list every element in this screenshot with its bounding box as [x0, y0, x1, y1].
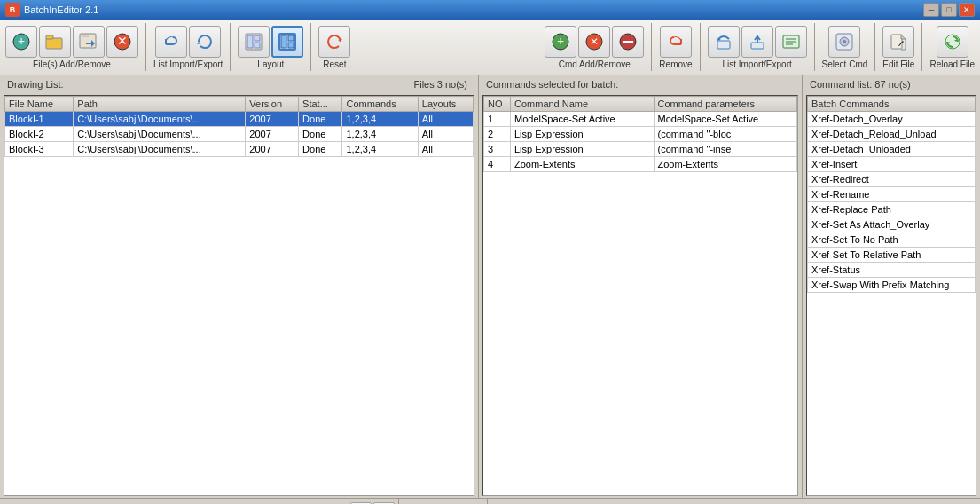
- open-file-button[interactable]: [39, 26, 71, 58]
- list-export-button[interactable]: [741, 26, 773, 58]
- reload-buttons: [937, 26, 968, 58]
- list-import-button[interactable]: [708, 26, 740, 58]
- commands-table-container[interactable]: NO Command Name Command parameters 1 Mod…: [482, 95, 798, 496]
- import-file-button[interactable]: [73, 26, 105, 58]
- cell-version: 2007: [246, 112, 299, 127]
- cell-version: 2007: [246, 127, 299, 142]
- toolbar-group-layout: Layout: [238, 26, 303, 69]
- main-toolbar: + ✕ File(s) Add/Remove List Import/Expor…: [0, 20, 980, 75]
- sep6: [814, 23, 815, 71]
- select-buttons: [828, 26, 860, 58]
- command-list-item: Xref-Set To Relative Path: [808, 248, 976, 263]
- command-list-row[interactable]: Xref-Status: [808, 263, 976, 278]
- bottom-area: Batch Status: 💾 🗑 11:08:18 Total no. of …: [0, 498, 980, 504]
- command-list-row[interactable]: Xref-Detach_Reload_Unload: [808, 127, 976, 142]
- add-file-button[interactable]: +: [5, 26, 37, 58]
- command-list-row[interactable]: Xref-Insert: [808, 157, 976, 172]
- svg-text:✕: ✕: [117, 34, 128, 48]
- drawing-list-panel: Drawing List: Files 3 no(s) File Name Pa…: [0, 75, 479, 498]
- toolbar-group-file: + ✕ File(s) Add/Remove: [5, 26, 138, 69]
- command-list-row[interactable]: Xref-Set To Relative Path: [808, 248, 976, 263]
- cell-no: 3: [484, 142, 511, 157]
- main-content: Drawing List: Files 3 no(s) File Name Pa…: [0, 75, 980, 498]
- drawing-list-table-container[interactable]: File Name Path Version Stat... Commands …: [4, 95, 474, 496]
- drawing-list-row[interactable]: BlockI-1 C:\Users\sabji\Documents\... 20…: [5, 112, 474, 127]
- cell-filename: BlockI-3: [5, 142, 74, 157]
- reset-group-label: Reset: [323, 59, 346, 69]
- cell-params: Zoom-Extents: [654, 157, 797, 172]
- remove-file-button[interactable]: ✕: [106, 26, 138, 58]
- edit-file-button[interactable]: [882, 26, 914, 58]
- command-list-panel: Command list: 87 no(s) Batch Commands Xr…: [803, 75, 980, 498]
- cmd-remove-x-button[interactable]: ✕: [578, 26, 610, 58]
- cmd-add-button[interactable]: +: [545, 26, 576, 58]
- command-list-item: Xref-Insert: [808, 157, 976, 172]
- layout-active-button[interactable]: [271, 26, 303, 58]
- command-list-container[interactable]: Batch Commands Xref-Detach_OverlayXref-D…: [806, 95, 976, 496]
- cell-layouts: All: [418, 127, 473, 142]
- command-list-row[interactable]: Xref-Replace Path: [808, 202, 976, 217]
- list1-group-label: List Import/Export: [153, 59, 223, 69]
- command-row[interactable]: 4 Zoom-Extents Zoom-Extents: [484, 157, 797, 172]
- command-list-item: Xref-Swap With Prefix Matching: [808, 278, 976, 293]
- settings-panel: Settings: Timeout in seconds (>15) per d…: [488, 499, 980, 504]
- cell-params: (command "-inse: [654, 142, 797, 157]
- command-row[interactable]: 2 Lisp Expression (command "-bloc: [484, 127, 797, 142]
- layout-button[interactable]: [238, 26, 270, 58]
- svg-text:✕: ✕: [590, 35, 599, 48]
- refresh-button[interactable]: [189, 26, 221, 58]
- cell-path: C:\Users\sabji\Documents\...: [74, 142, 246, 157]
- edit-group-label: Edit File: [882, 59, 914, 69]
- col-no: NO: [484, 97, 511, 112]
- remove-button[interactable]: [660, 26, 692, 58]
- command-list-row[interactable]: Xref-Detach_Overlay: [808, 112, 976, 127]
- cell-filename: BlockI-1: [5, 112, 74, 127]
- reload-file-button[interactable]: [937, 26, 968, 58]
- cell-layouts: All: [418, 142, 473, 157]
- maximize-button[interactable]: □: [941, 3, 957, 17]
- command-list-row[interactable]: Xref-Swap With Prefix Matching: [808, 278, 976, 293]
- svg-rect-22: [717, 41, 730, 49]
- col-path: Path: [74, 97, 246, 112]
- command-list-table: Batch Commands Xref-Detach_OverlayXref-D…: [807, 96, 976, 293]
- sep3: [310, 23, 311, 71]
- toolbar-group-reset: Reset: [318, 26, 350, 69]
- command-list-row[interactable]: Xref-Detach_Unloaded: [808, 142, 976, 157]
- cell-commands: 1,2,3,4: [342, 142, 418, 157]
- layout-buttons: [238, 26, 303, 58]
- cell-cmdname: Lisp Expression: [511, 127, 655, 142]
- preview-panel: Preview: [399, 499, 488, 504]
- drawing-list-row[interactable]: BlockI-3 C:\Users\sabji\Documents\... 20…: [5, 142, 474, 157]
- close-button[interactable]: ✕: [959, 3, 975, 17]
- file-group-label: File(s) Add/Remove: [33, 59, 111, 69]
- cmd-remove-o-button[interactable]: [612, 26, 644, 58]
- cell-cmdname: ModelSpace-Set Active: [511, 112, 655, 127]
- drawing-list-header: Drawing List:: [4, 77, 67, 91]
- file-buttons: + ✕: [5, 26, 138, 58]
- window-controls[interactable]: ─ □ ✕: [923, 3, 975, 17]
- cell-no: 2: [484, 127, 511, 142]
- list-more-button[interactable]: [775, 26, 807, 58]
- drawing-list-row[interactable]: BlockI-2 C:\Users\sabji\Documents\... 20…: [5, 127, 474, 142]
- command-list-row[interactable]: Xref-Rename: [808, 187, 976, 202]
- batch-status-panel: Batch Status: 💾 🗑 11:08:18 Total no. of …: [0, 499, 399, 504]
- select-cmd-button[interactable]: [828, 26, 860, 58]
- cell-params: ModelSpace-Set Active: [654, 112, 797, 127]
- undo-button[interactable]: [155, 26, 187, 58]
- toolbar-group-cmd: + ✕ Cmd Add/Remove: [545, 26, 644, 69]
- command-list-row[interactable]: Xref-Set To No Path: [808, 232, 976, 248]
- col-version: Version: [246, 97, 299, 112]
- toolbar-group-list2: List Import/Export: [708, 26, 807, 69]
- svg-rect-2: [46, 38, 62, 49]
- command-list-row[interactable]: Xref-Redirect: [808, 172, 976, 187]
- cell-status: Done: [299, 112, 342, 127]
- command-list-row[interactable]: Xref-Set As Attach_Overlay: [808, 217, 976, 232]
- command-row[interactable]: 3 Lisp Expression (command "-inse: [484, 142, 797, 157]
- minimize-button[interactable]: ─: [923, 3, 939, 17]
- remove-group-label: Remove: [659, 59, 692, 69]
- svg-text:+: +: [18, 34, 25, 48]
- toolbar-group-remove: Remove: [659, 26, 692, 69]
- sep5: [700, 23, 701, 71]
- reset-button[interactable]: [318, 26, 350, 58]
- command-row[interactable]: 1 ModelSpace-Set Active ModelSpace-Set A…: [484, 112, 797, 127]
